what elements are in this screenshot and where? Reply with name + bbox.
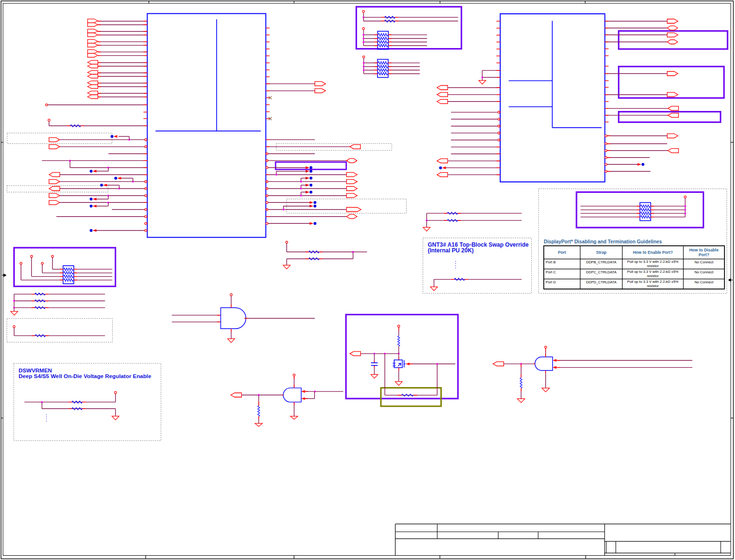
svg-text:Port: Port xyxy=(558,250,566,255)
svg-text:Port D: Port D xyxy=(546,280,556,284)
svg-text:(Internal PU 20K): (Internal PU 20K) xyxy=(427,247,474,254)
svg-text:resistor: resistor xyxy=(647,274,659,278)
svg-text:Port B: Port B xyxy=(546,260,556,264)
svg-text:No Connect: No Connect xyxy=(695,280,714,284)
svg-text:resistor: resistor xyxy=(647,284,659,288)
svg-text:DDPD_CTRLDATA: DDPD_CTRLDATA xyxy=(586,280,616,284)
svg-text:Strap: Strap xyxy=(596,250,606,255)
svg-text:How to Enable Port?: How to Enable Port? xyxy=(633,250,673,255)
svg-text:resistor: resistor xyxy=(647,264,659,268)
svg-text:Port C: Port C xyxy=(546,270,556,274)
svg-text:DDPC_CTRLDATA: DDPC_CTRLDATA xyxy=(586,270,616,274)
svg-text:Deep S4/S5 Well On-Die Voltage: Deep S4/S5 Well On-Die Voltage Regulator… xyxy=(19,373,151,380)
svg-text:Port?: Port? xyxy=(698,252,709,257)
svg-text:How to Disable: How to Disable xyxy=(689,248,719,252)
svg-text:No Connect: No Connect xyxy=(695,260,714,264)
svg-text:No Connect: No Connect xyxy=(695,270,714,274)
svg-text:DDPB_CTRLDATA: DDPB_CTRLDATA xyxy=(586,260,616,264)
svg-text:DisplayPort* Disabling and Ter: DisplayPort* Disabling and Termination G… xyxy=(544,239,662,244)
